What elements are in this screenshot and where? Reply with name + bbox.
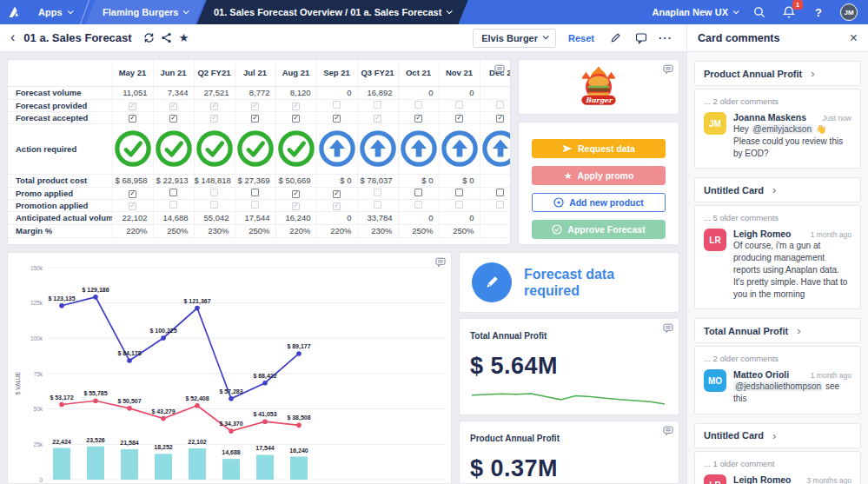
grid-cell[interactable]: 8,120 — [275, 86, 316, 99]
grid-cell[interactable]: ✓ — [480, 111, 510, 123]
checkbox[interactable]: ✓ — [374, 115, 381, 123]
grid-cell[interactable]: $ 50,669 — [275, 174, 316, 187]
grid-cell[interactable] — [275, 123, 316, 174]
grid-cell[interactable] — [153, 187, 194, 199]
refresh-icon[interactable] — [141, 30, 158, 47]
grid-column-header[interactable]: Q3 FY21 — [357, 60, 398, 86]
grid-cell[interactable]: 0 — [316, 211, 357, 224]
mention-chip[interactable]: @jedshaoliethompson — [733, 381, 823, 391]
grid-column-header[interactable]: Nov 21 — [439, 60, 480, 86]
older-comments-link[interactable]: ... 1 older comment — [704, 459, 851, 468]
older-comments-link[interactable]: ... 2 older comments — [704, 96, 851, 106]
grid-cell[interactable] — [357, 99, 398, 111]
thread-card-link[interactable]: Total Annual Profit› — [694, 318, 861, 343]
grid-cell[interactable]: ✓ — [275, 111, 316, 123]
help-icon[interactable]: ? — [811, 4, 826, 20]
grid-cell[interactable]: 250% — [153, 224, 194, 237]
grid-cell[interactable]: 230% — [194, 224, 235, 237]
older-comments-link[interactable]: ... 5 older comments — [704, 213, 851, 222]
checkbox[interactable] — [374, 101, 381, 109]
grid-cell[interactable]: 220% — [316, 224, 357, 237]
grid-cell[interactable]: 220% — [112, 224, 153, 237]
grid-cell[interactable]: ✓ — [316, 111, 357, 123]
card-comment-indicator-icon[interactable] — [663, 322, 673, 337]
grid-cell[interactable]: 0 — [316, 86, 357, 99]
grid-cell[interactable]: 16,240 — [275, 211, 316, 224]
grid-cell[interactable] — [194, 123, 235, 174]
grid-cell[interactable]: ✓ — [153, 99, 194, 111]
grid-cell[interactable]: $ 0 — [439, 174, 480, 187]
grid-cell[interactable] — [439, 187, 480, 199]
grid-cell[interactable] — [357, 187, 398, 199]
grid-cell[interactable] — [316, 99, 357, 111]
grid-cell[interactable] — [480, 211, 510, 224]
grid-cell[interactable] — [357, 199, 398, 211]
grid-cell[interactable] — [112, 123, 153, 174]
grid-cell[interactable]: ✓ — [194, 99, 235, 111]
grid-cell[interactable] — [480, 199, 510, 211]
checkbox[interactable] — [251, 189, 259, 196]
page-selector-dropdown[interactable]: Elvis Burger — [473, 29, 556, 48]
grid-cell[interactable]: $ 68,958 — [112, 174, 153, 187]
comments-panel-body[interactable]: Product Annual Profit›... 2 older commen… — [686, 52, 868, 484]
grid-cell[interactable]: ✓ — [153, 111, 194, 123]
grid-cell[interactable] — [194, 199, 235, 211]
checkbox[interactable] — [333, 101, 341, 109]
checkbox[interactable]: ✓ — [210, 115, 218, 123]
user-avatar[interactable]: JM — [840, 3, 858, 21]
grid-cell[interactable]: 0 — [439, 211, 480, 224]
grid-cell[interactable]: 0 — [439, 86, 480, 99]
grid-cell[interactable]: ✓ — [235, 99, 275, 111]
checkbox[interactable]: ✓ — [414, 115, 422, 123]
grid-cell[interactable]: ✓ — [316, 199, 357, 211]
checkbox[interactable]: ✓ — [129, 103, 136, 110]
comments-icon[interactable] — [633, 30, 650, 47]
grid-cell[interactable] — [480, 99, 510, 111]
grid-cell[interactable]: 7,344 — [153, 86, 194, 99]
grid-cell[interactable] — [357, 123, 398, 174]
checkbox[interactable] — [374, 189, 381, 196]
checkbox[interactable] — [169, 201, 177, 209]
checkbox[interactable]: ✓ — [129, 115, 136, 123]
more-options-icon[interactable]: ··· — [659, 31, 673, 44]
grid-cell[interactable] — [398, 199, 439, 211]
nav-apps[interactable]: Apps — [30, 0, 81, 24]
grid-cell[interactable] — [398, 187, 439, 199]
grid-cell[interactable]: ✓ — [112, 187, 153, 199]
grid-cell[interactable]: 11,051 — [112, 86, 153, 99]
grid-column-header[interactable]: Sep 21 — [316, 60, 357, 86]
grid-cell[interactable]: 250% — [439, 224, 480, 237]
grid-cell[interactable]: 17,544 — [235, 211, 275, 224]
reset-button[interactable]: Reset — [568, 33, 594, 43]
grid-cell[interactable]: ✓ — [194, 111, 235, 123]
favorite-star-icon[interactable]: ★ — [176, 30, 193, 47]
search-icon[interactable] — [752, 4, 767, 20]
checkbox[interactable] — [496, 101, 504, 109]
checkbox[interactable]: ✓ — [292, 115, 300, 123]
grid-column-header[interactable]: Q2 FY21 — [194, 60, 235, 86]
nav-workspace[interactable]: Flaming Burgers — [85, 0, 205, 24]
checkbox[interactable]: ✓ — [292, 202, 300, 210]
grid-cell[interactable]: $ 78,037 — [357, 174, 398, 187]
card-comment-indicator-icon[interactable] — [494, 63, 505, 78]
mention-chip[interactable]: @emilyjackson — [752, 124, 813, 134]
grid-cell[interactable] — [398, 123, 439, 174]
grid-cell[interactable]: 220% — [275, 224, 316, 237]
thread-card-link[interactable]: Untitled Card› — [694, 177, 861, 202]
checkbox[interactable]: ✓ — [496, 115, 504, 123]
checkbox[interactable]: ✓ — [292, 190, 300, 198]
grid-cell[interactable]: 8,772 — [235, 86, 275, 99]
grid-cell[interactable]: $ 0 — [316, 174, 357, 187]
checkbox[interactable]: ✓ — [333, 115, 341, 123]
anaplan-logo-icon[interactable] — [0, 0, 30, 24]
checkbox[interactable] — [455, 189, 463, 196]
grid-cell[interactable] — [194, 187, 235, 199]
request-data-button[interactable]: Request data — [532, 139, 666, 158]
grid-cell[interactable] — [480, 123, 510, 174]
add-new-product-button[interactable]: Add new product — [532, 193, 666, 212]
close-icon[interactable]: × — [850, 31, 858, 45]
share-icon[interactable] — [158, 30, 176, 47]
card-comment-indicator-icon[interactable] — [663, 424, 673, 440]
combo-chart[interactable]: 150k125k100k75k50k25k0$ VALUE22,42423,52… — [8, 253, 451, 484]
grid-cell[interactable]: ✓ — [357, 111, 398, 123]
